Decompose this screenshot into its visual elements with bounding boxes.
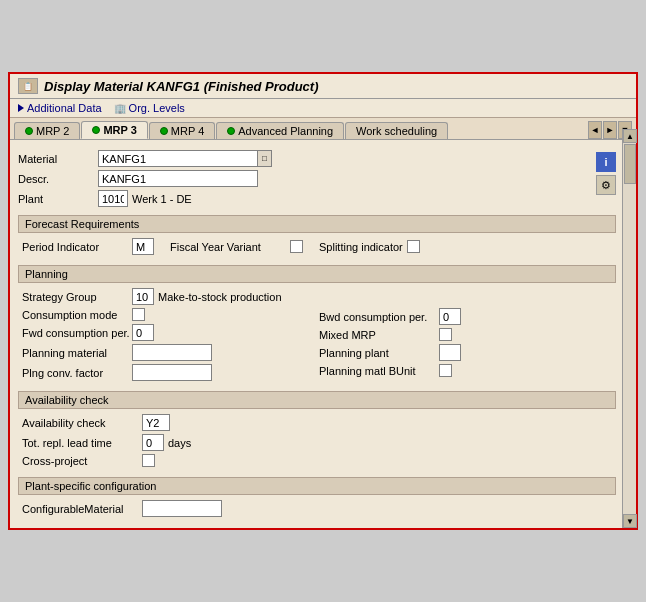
org-levels-link[interactable]: 🏢 Org. Levels <box>114 102 185 114</box>
tab-advanced-planning[interactable]: Advanced Planning <box>216 122 344 139</box>
mixed-mrp-row: Mixed MRP <box>319 328 612 341</box>
tab-work-label: Work scheduling <box>356 125 437 137</box>
bwd-consumption-row: Bwd consumption per. <box>319 308 612 325</box>
period-indicator-label: Period Indicator <box>22 241 132 253</box>
period-indicator-input[interactable] <box>132 238 154 255</box>
window-icon: 📋 <box>18 78 38 94</box>
tab-mrp2[interactable]: MRP 2 <box>14 122 80 139</box>
tot-repl-lead-time-row: Tot. repl. lead time days <box>22 434 612 451</box>
planning-material-label: Planning material <box>22 347 132 359</box>
planning-section-header: Planning <box>18 265 616 283</box>
planning-plant-row: Planning plant <box>319 344 612 361</box>
fwd-consumption-label: Fwd consumption per. <box>22 327 132 339</box>
material-row: Material □ <box>18 150 272 167</box>
fiscal-year-label: Fiscal Year Variant <box>170 241 290 253</box>
tab-mrp3-label: MRP 3 <box>103 124 136 136</box>
consumption-mode-checkbox[interactable] <box>132 308 145 321</box>
availability-check-row: Availability check <box>22 414 612 431</box>
tabs-row: MRP 2 MRP 3 MRP 4 Advanced Planning Work… <box>10 118 636 140</box>
cross-project-checkbox[interactable] <box>142 454 155 467</box>
scroll-thumb[interactable] <box>624 144 636 184</box>
scroll-up-button[interactable]: ▲ <box>623 129 637 143</box>
availability-section-header: Availability check <box>18 391 616 409</box>
bwd-consumption-label: Bwd consumption per. <box>319 311 439 323</box>
configurable-material-input[interactable] <box>142 500 222 517</box>
planning-col-left: Consumption mode Fwd consumption per. Pl… <box>22 308 315 384</box>
mixed-mrp-checkbox[interactable] <box>439 328 452 341</box>
strategy-group-input[interactable] <box>132 288 154 305</box>
forecast-section-header: Forecast Requirements <box>18 215 616 233</box>
planning-two-col: Consumption mode Fwd consumption per. Pl… <box>22 308 612 384</box>
bwd-consumption-input[interactable] <box>439 308 461 325</box>
info-button[interactable]: i <box>596 152 616 172</box>
strategy-group-row: Strategy Group Make-to-stock production <box>22 288 612 305</box>
availability-section-content: Availability check Tot. repl. lead time … <box>18 412 616 472</box>
tab-dot-mrp3 <box>92 126 100 134</box>
planning-section-content: Strategy Group Make-to-stock production … <box>18 286 616 386</box>
tab-prev-button[interactable]: ◄ <box>588 121 602 139</box>
tab-next-button[interactable]: ► <box>603 121 617 139</box>
consumption-mode-row: Consumption mode <box>22 308 315 321</box>
tot-repl-lead-time-input[interactable] <box>142 434 164 451</box>
tab-dot-mrp4 <box>160 127 168 135</box>
fwd-consumption-row: Fwd consumption per. <box>22 324 315 341</box>
tab-mrp2-label: MRP 2 <box>36 125 69 137</box>
plant-input[interactable] <box>98 190 128 207</box>
splitting-checkbox[interactable] <box>407 240 420 253</box>
settings-button[interactable]: ⚙ <box>596 175 616 195</box>
planning-col-right: Bwd consumption per. Mixed MRP Planning … <box>319 308 612 384</box>
cross-project-row: Cross-project <box>22 454 612 467</box>
material-info: Material □ Descr. Plant Werk 1 - DE <box>18 150 272 210</box>
mixed-mrp-label: Mixed MRP <box>319 329 439 341</box>
scrollbar[interactable]: ▲ ▼ <box>622 129 636 528</box>
content-area: Material □ Descr. Plant Werk 1 - DE i ⚙ <box>10 140 636 528</box>
material-expand-icon[interactable]: □ <box>258 150 272 167</box>
planning-material-row: Planning material <box>22 344 315 361</box>
tab-dot-advanced <box>227 127 235 135</box>
arrow-icon <box>18 104 24 112</box>
scroll-track <box>623 143 636 514</box>
tab-mrp4[interactable]: MRP 4 <box>149 122 215 139</box>
availability-check-label: Availability check <box>22 417 142 429</box>
plng-conv-factor-row: Plng conv. factor <box>22 364 315 381</box>
planning-matl-bunit-row: Planning matl BUnit <box>319 364 612 377</box>
material-input[interactable] <box>98 150 258 167</box>
configurable-material-row: ConfigurableMaterial <box>22 500 612 517</box>
fiscal-year-checkbox[interactable] <box>290 240 303 253</box>
window-title: Display Material KANFG1 (Finished Produc… <box>44 79 319 94</box>
plant-label: Plant <box>18 193 98 205</box>
title-bar: 📋 Display Material KANFG1 (Finished Prod… <box>10 74 636 99</box>
tab-dot-mrp2 <box>25 127 33 135</box>
plant-desc: Werk 1 - DE <box>132 193 192 205</box>
org-icon: 🏢 <box>114 103 126 114</box>
consumption-mode-label: Consumption mode <box>22 309 132 321</box>
configurable-material-label: ConfigurableMaterial <box>22 503 142 515</box>
tab-advanced-label: Advanced Planning <box>238 125 333 137</box>
planning-plant-label: Planning plant <box>319 347 439 359</box>
days-label: days <box>168 437 191 449</box>
descr-row: Descr. <box>18 170 272 187</box>
period-indicator-row: Period Indicator Fiscal Year Variant Spl… <box>22 238 612 255</box>
planning-plant-input[interactable] <box>439 344 461 361</box>
planning-material-input[interactable] <box>132 344 212 361</box>
plng-conv-factor-input[interactable] <box>132 364 212 381</box>
scroll-down-button[interactable]: ▼ <box>623 514 637 528</box>
availability-check-input[interactable] <box>142 414 170 431</box>
forecast-section-content: Period Indicator Fiscal Year Variant Spl… <box>18 236 616 260</box>
descr-input[interactable] <box>98 170 258 187</box>
tab-work-scheduling[interactable]: Work scheduling <box>345 122 448 139</box>
plng-conv-factor-label: Plng conv. factor <box>22 367 132 379</box>
additional-data-link[interactable]: Additional Data <box>18 102 102 114</box>
main-window: 📋 Display Material KANFG1 (Finished Prod… <box>8 72 638 530</box>
planning-matl-bunit-checkbox[interactable] <box>439 364 452 377</box>
plant-row: Plant Werk 1 - DE <box>18 190 272 207</box>
splitting-label: Splitting indicator <box>319 241 403 253</box>
tab-mrp3[interactable]: MRP 3 <box>81 121 147 139</box>
material-label: Material <box>18 153 98 165</box>
strategy-desc: Make-to-stock production <box>158 291 282 303</box>
tab-mrp4-label: MRP 4 <box>171 125 204 137</box>
tot-repl-lead-time-label: Tot. repl. lead time <box>22 437 142 449</box>
org-levels-label: Org. Levels <box>129 102 185 114</box>
toolbar: Additional Data 🏢 Org. Levels <box>10 99 636 118</box>
fwd-consumption-input[interactable] <box>132 324 154 341</box>
